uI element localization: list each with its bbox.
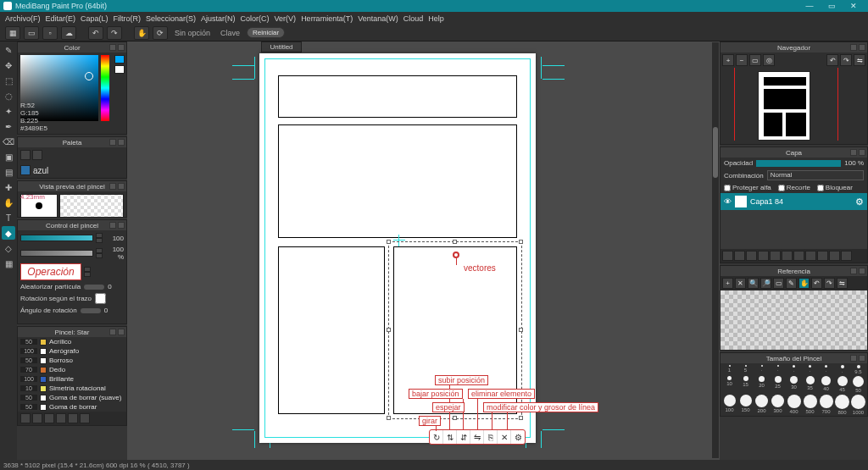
ref-hand-icon[interactable]: ✋	[798, 278, 810, 289]
layer-add-8bit-icon[interactable]	[746, 251, 757, 261]
tool-save-icon[interactable]: ▫	[42, 26, 58, 40]
tool-brush-icon[interactable]: ✎	[2, 43, 15, 57]
xform-rotate-icon[interactable]: ↻	[430, 430, 443, 444]
brush-size-dot[interactable]: ·	[819, 365, 833, 374]
brush-size-dot[interactable]: 50	[851, 376, 865, 393]
xform-mirror-icon[interactable]: ⇋	[470, 430, 484, 444]
nav-100-icon[interactable]: ◎	[763, 54, 775, 66]
tool-rect-select-icon[interactable]: ⬚	[2, 74, 15, 87]
menu-seleccionar[interactable]: Seleccionar(S)	[146, 14, 196, 23]
panel-close-icon[interactable]	[859, 355, 865, 362]
tool-operation-icon[interactable]: ◆	[2, 226, 15, 240]
brush-size-dot[interactable]: ·	[803, 365, 817, 374]
selection-handle[interactable]	[453, 416, 457, 420]
nav-zoom-out-icon[interactable]: −	[736, 54, 748, 66]
blend-dropdown[interactable]: Normal	[767, 170, 864, 180]
fg-swatch[interactable]	[114, 55, 125, 64]
brush-download-icon[interactable]	[32, 413, 42, 423]
scroll-thumb[interactable]	[713, 127, 718, 178]
selection-handle[interactable]	[387, 416, 391, 420]
canvas-area[interactable]: Untitled	[127, 41, 720, 460]
tool-move-icon[interactable]: ✥	[2, 58, 15, 72]
panel-pop-icon[interactable]	[109, 222, 116, 229]
panel-pop-icon[interactable]	[850, 44, 857, 51]
panel-close-icon[interactable]	[859, 268, 865, 274]
bg-swatch[interactable]	[114, 65, 125, 74]
selection-handle[interactable]	[453, 240, 457, 244]
brush-size-dot[interactable]: 1	[722, 365, 737, 374]
brush-size-dot[interactable]: ·	[771, 365, 785, 374]
xform-delete-icon[interactable]: ✕	[498, 430, 511, 444]
palette-grid-icon[interactable]	[20, 150, 31, 160]
tool-open-icon[interactable]: ▭	[24, 26, 39, 40]
brush-size-dot[interactable]: 35	[803, 376, 817, 393]
layer-add-icon[interactable]	[722, 251, 733, 261]
layer-dup-icon[interactable]	[793, 251, 804, 261]
menu-filtro[interactable]: Filtro(R)	[114, 14, 142, 23]
brush-list-row[interactable]: 50Acrílico	[18, 337, 126, 346]
menu-editar[interactable]: Editar(E)	[46, 14, 76, 23]
brush-add-icon[interactable]	[20, 413, 31, 423]
panel-close-icon[interactable]	[118, 183, 125, 190]
nav-thumbnail[interactable]	[758, 71, 810, 141]
nav-fit-icon[interactable]: ▭	[749, 54, 761, 66]
panel-close-icon[interactable]	[118, 139, 125, 146]
xform-settings-icon[interactable]: ⚙	[511, 430, 525, 444]
brush-dup-icon[interactable]	[56, 413, 66, 423]
brush-size-dot[interactable]: 700	[819, 395, 833, 415]
brush-list-row[interactable]: 100Brillante	[18, 374, 126, 384]
brush-size-dot[interactable]: 800	[835, 395, 849, 415]
layer-up-icon[interactable]	[817, 251, 828, 261]
menu-capa[interactable]: Capa(L)	[81, 14, 108, 23]
step-down-icon[interactable]	[84, 272, 91, 277]
tool-erase-icon[interactable]: ⌫	[2, 135, 15, 148]
brush-trash-icon[interactable]	[80, 413, 90, 423]
xform-raise-icon[interactable]: ⇅	[443, 430, 457, 444]
tool-wand-icon[interactable]: ✦	[2, 104, 15, 118]
ref-fit-icon[interactable]: ▭	[773, 278, 784, 289]
ref-add-icon[interactable]: +	[722, 278, 733, 289]
panel-close-icon[interactable]	[859, 44, 865, 51]
tool-text-icon[interactable]: T	[2, 211, 15, 224]
window-close[interactable]: ✕	[843, 2, 865, 10]
tool-hand2-icon[interactable]: ✋	[2, 196, 15, 209]
nav-flip-icon[interactable]: ⇋	[854, 54, 865, 66]
nav-rot-right-icon[interactable]: ↷	[840, 54, 852, 66]
brush-opacity-slider[interactable]	[20, 250, 93, 257]
vertical-scrollbar[interactable]	[712, 42, 719, 458]
brush-list-row[interactable]: 50Borroso	[18, 356, 126, 365]
ref-rot-left-icon[interactable]: ↶	[811, 278, 822, 289]
tool-redo-icon[interactable]: ↷	[107, 26, 122, 40]
brush-size-dot[interactable]: 300	[771, 395, 785, 415]
brush-size-dot[interactable]: 30	[787, 376, 801, 393]
ref-zoom-out-icon[interactable]: 🔎	[760, 278, 771, 289]
selection-handle[interactable]	[519, 240, 523, 244]
ref-rot-right-icon[interactable]: ↷	[824, 278, 835, 289]
layer-gear-icon[interactable]: ⚙	[855, 196, 864, 207]
menu-herramienta[interactable]: Herramienta(T)	[301, 14, 353, 23]
step-down-icon[interactable]	[96, 253, 103, 258]
lock-check[interactable]: Bloquear	[817, 184, 853, 191]
brush-size-dot[interactable]: 150	[738, 395, 753, 415]
menu-ver[interactable]: Ver(V)	[275, 14, 297, 23]
layer-clip-icon[interactable]	[782, 251, 793, 261]
panel-pop-icon[interactable]	[850, 149, 857, 156]
panel-pop-icon[interactable]	[109, 183, 116, 190]
stroke-rotation-check[interactable]	[95, 293, 106, 304]
panel-close-icon[interactable]	[118, 44, 125, 51]
brush-size-dot[interactable]: 100	[722, 395, 737, 415]
tool-gradient-icon[interactable]: ▤	[2, 165, 15, 179]
panel-pop-icon[interactable]	[850, 355, 857, 362]
tool-shape-icon[interactable]: ◇	[2, 241, 15, 255]
brush-size-dot[interactable]: 5	[738, 365, 753, 374]
brush-size-dot[interactable]: 40	[819, 376, 833, 393]
document-tab[interactable]: Untitled	[261, 41, 302, 53]
ref-flip-icon[interactable]: ⇋	[837, 278, 848, 289]
brush-size-dot[interactable]: ·	[787, 365, 801, 374]
brush-list-row[interactable]: 50Goma de borrar (suave)	[18, 393, 126, 402]
xform-copy-icon[interactable]: ⎘	[484, 430, 498, 444]
nav-zoom-in-icon[interactable]: +	[722, 54, 734, 66]
brush-size-dot[interactable]: 20	[754, 376, 769, 393]
tool-panel-icon[interactable]: ▦	[2, 257, 15, 270]
brush-list-row[interactable]: 10Simetría rotacional	[18, 384, 126, 393]
